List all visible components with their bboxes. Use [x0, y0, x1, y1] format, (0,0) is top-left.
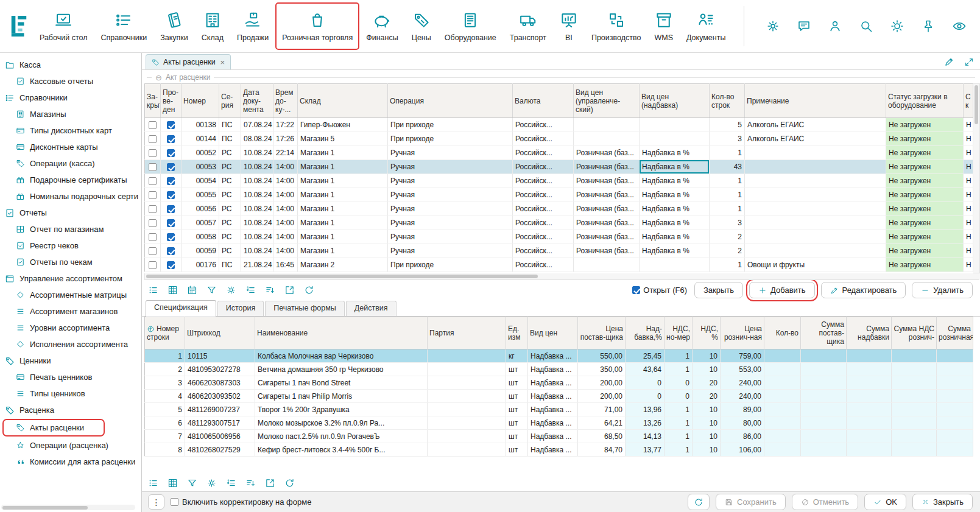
detail-column-markup[interactable]: Над-бавка,%	[626, 317, 664, 349]
main-cell-number[interactable]: 00138	[182, 118, 219, 132]
detail-column-qty[interactable]: Кол-во	[764, 317, 801, 349]
main-cell-number[interactable]: 00054	[182, 174, 219, 188]
chat-icon[interactable]	[797, 19, 811, 33]
detail-cell-sum_markup[interactable]	[847, 390, 892, 403]
sidebar-item-assortiment-magazinov[interactable]: Ассортимент магазинов	[0, 303, 141, 320]
main-column-price_markup[interactable]: Вид цен (надбавка)	[640, 84, 710, 118]
main-cell-warehouse[interactable]: Магазин 1	[298, 174, 388, 188]
detail-cell-name[interactable]: Творог 1% 200г Здравушка	[255, 403, 428, 416]
add-button[interactable]: Добавить	[749, 282, 814, 298]
gear-icon[interactable]	[226, 285, 236, 295]
detail-cell-qty[interactable]	[764, 443, 801, 457]
topbar-item-finance[interactable]: Финансы	[359, 2, 404, 50]
main-cell-note[interactable]	[745, 188, 886, 202]
sidebar-item-assortimentnye-matricy[interactable]: Ассортиментные матрицы	[0, 287, 141, 303]
main-cell-series[interactable]: РС	[219, 174, 241, 188]
detail-cell-batch[interactable]	[428, 403, 506, 416]
main-cell-number[interactable]: 00052	[182, 146, 219, 160]
collapse-icon[interactable]: ⊖	[155, 74, 162, 82]
main-cell-time[interactable]: 14:00	[273, 244, 298, 258]
sidebar-item-akty-rascenki[interactable]: Акты расценки	[2, 419, 105, 437]
detail-cell-unit[interactable]: шт	[506, 390, 528, 403]
detail-cell-sum_vat[interactable]	[892, 390, 937, 403]
detail-cell-barcode[interactable]: 4606203093502	[185, 390, 255, 403]
detail-cell-batch[interactable]	[428, 349, 506, 363]
main-cell-lines[interactable]: 1	[710, 258, 745, 272]
main-column-currency[interactable]: Валюта	[513, 84, 574, 118]
main-table-row[interactable]: 00054РС10.08.2414:00Магазин 1РучнаяРосси…	[145, 174, 973, 188]
detail-cell-barcode[interactable]: 4811293007517	[185, 416, 255, 430]
detail-column-vat_no[interactable]: НДС, но-мер	[664, 317, 693, 349]
detail-cell-price_type[interactable]: Надбавка ...	[528, 390, 578, 403]
posted-checkbox[interactable]	[167, 177, 175, 185]
detail-cell-supplier_price[interactable]: 68,50	[578, 430, 626, 443]
detail-cell-markup[interactable]: 43,64	[626, 363, 664, 376]
sidebar-item-operacii-kassa[interactable]: Операции (касса)	[0, 155, 141, 172]
posted-checkbox[interactable]	[167, 163, 175, 171]
open-in-new-icon[interactable]	[265, 478, 275, 488]
topbar-item-refbooks[interactable]: Справочники	[94, 2, 153, 50]
main-cell-extra[interactable]: Н	[964, 118, 973, 132]
posted-checkbox[interactable]	[167, 149, 175, 157]
detail-cell-sum_vat[interactable]	[892, 430, 937, 443]
main-cell-warehouse[interactable]: Магазин 1	[298, 230, 388, 244]
sidebar-item-kassovye-otchety[interactable]: Кассовые отчеты	[0, 73, 141, 89]
detail-column-vat_pct[interactable]: НДС, %	[693, 317, 721, 349]
detail-cell-unit[interactable]: кг	[506, 349, 528, 363]
detail-cell-vat_pct[interactable]: 20	[693, 376, 721, 390]
main-cell-extra[interactable]: Н	[964, 216, 973, 230]
detail-cell-batch[interactable]	[428, 430, 506, 443]
detail-cell-line[interactable]: 4	[145, 390, 185, 403]
topbar-item-desktop[interactable]: Рабочий стол	[33, 2, 94, 50]
main-cell-date[interactable]: 10.08.24	[241, 244, 273, 258]
main-cell-number[interactable]: 00058	[182, 230, 219, 244]
sort-icon[interactable]	[265, 285, 275, 295]
main-cell-time[interactable]: 22:14	[273, 146, 298, 160]
main-cell-lines[interactable]: 43	[710, 160, 745, 174]
main-cell-time[interactable]: 17:26	[273, 132, 298, 146]
main-table-row[interactable]: 00058РС10.08.2414:00Магазин 1РучнаяРосси…	[145, 230, 973, 244]
detail-cell-sum_supplier[interactable]	[801, 403, 847, 416]
detail-cell-vat_pct[interactable]: 10	[693, 416, 721, 430]
main-cell-operation[interactable]: Ручная	[388, 146, 513, 160]
tab-pechatnye-formy[interactable]: Печатные формы	[265, 301, 345, 316]
main-cell-time[interactable]: 16:45	[273, 258, 298, 272]
sidebar-item-komissii-dlya-akta[interactable]: Комиссии для акта расценки	[0, 454, 141, 470]
main-column-closed[interactable]: За-крыт	[145, 84, 161, 118]
close-record-button[interactable]: Закрыть	[694, 282, 743, 298]
detail-cell-sum_retail[interactable]	[937, 403, 973, 416]
detail-cell-sum_markup[interactable]	[847, 363, 892, 376]
detail-cell-sum_retail[interactable]	[937, 430, 973, 443]
main-cell-status[interactable]: Не загружен	[886, 258, 964, 272]
user-icon[interactable]	[828, 19, 842, 33]
main-table-row[interactable]: 00138ПС07.08.2417:22Гипер-ФьюженПри прих…	[145, 118, 973, 132]
detail-cell-sum_supplier[interactable]	[801, 443, 847, 457]
detail-cell-line[interactable]: 7	[145, 430, 185, 443]
main-cell-extra[interactable]: Н	[964, 132, 973, 146]
posted-checkbox[interactable]	[167, 121, 175, 129]
main-cell-number[interactable]: 00055	[182, 188, 219, 202]
detail-cell-markup[interactable]: 0	[626, 390, 664, 403]
detail-column-sum_vat[interactable]: Сумма НДС рознич-	[892, 317, 937, 349]
main-cell-lines[interactable]: 1	[710, 202, 745, 216]
main-cell-extra[interactable]: Н	[964, 258, 973, 272]
detail-cell-retail_price[interactable]: 553,00	[721, 363, 764, 376]
main-cell-series[interactable]: РС	[219, 244, 241, 258]
edit-form-icon[interactable]	[944, 57, 954, 67]
detail-cell-barcode[interactable]: 4606203087303	[185, 376, 255, 390]
numbered-list-icon[interactable]	[226, 478, 236, 488]
main-cell-lines[interactable]: 2	[710, 244, 745, 258]
tab-specifikaciya[interactable]: Спецификация	[146, 300, 216, 317]
sidebar-horizontal-scrollbar[interactable]	[1, 505, 135, 510]
detail-cell-line[interactable]: 1	[145, 349, 185, 363]
main-cell-price_mgmt[interactable]: Розничная (баз...	[574, 216, 640, 230]
main-cell-operation[interactable]: Ручная	[388, 160, 513, 174]
sidebar-item-reestr-chekov[interactable]: Реестр чеков	[0, 237, 141, 254]
main-cell-operation[interactable]: Ручная	[388, 244, 513, 258]
main-cell-price_mgmt[interactable]	[574, 132, 640, 146]
detail-cell-line[interactable]: 2	[145, 363, 185, 376]
main-column-operation[interactable]: Операция	[388, 84, 513, 118]
posted-checkbox[interactable]	[167, 261, 175, 269]
ok-button[interactable]: OK	[864, 494, 906, 510]
detail-cell-sum_supplier[interactable]	[801, 349, 847, 363]
